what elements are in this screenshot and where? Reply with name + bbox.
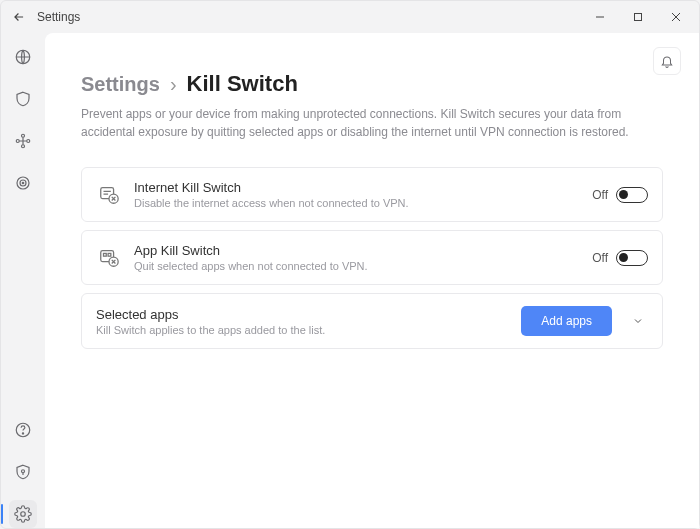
- expand-apps-chevron[interactable]: [628, 311, 648, 331]
- page-title: Kill Switch: [187, 71, 298, 97]
- internet-kill-switch-row: Internet Kill Switch Disable the interne…: [81, 167, 663, 222]
- svg-point-2: [22, 134, 25, 137]
- close-button[interactable]: [661, 7, 691, 27]
- selected-apps-row: Selected apps Kill Switch applies to the…: [81, 293, 663, 349]
- internet-kill-desc: Disable the internet access when not con…: [134, 197, 580, 209]
- content-area: Settings › Kill Switch Prevent apps or y…: [45, 33, 699, 528]
- globe-icon[interactable]: [9, 43, 37, 71]
- shield-icon[interactable]: [9, 85, 37, 113]
- breadcrumb-parent[interactable]: Settings: [81, 73, 160, 96]
- window-title: Settings: [37, 10, 80, 24]
- svg-rect-0: [635, 14, 642, 21]
- app-kill-switch-row: App Kill Switch Quit selected apps when …: [81, 230, 663, 285]
- internet-kill-icon: [96, 182, 122, 208]
- page-description: Prevent apps or your device from making …: [81, 105, 641, 141]
- maximize-button[interactable]: [623, 7, 653, 27]
- svg-point-12: [21, 512, 26, 517]
- app-window: Settings: [0, 0, 700, 529]
- app-kill-desc: Quit selected apps when not connected to…: [134, 260, 580, 272]
- svg-rect-16: [104, 253, 107, 256]
- selected-apps-title: Selected apps: [96, 307, 509, 322]
- target-icon[interactable]: [9, 169, 37, 197]
- internet-kill-toggle[interactable]: [616, 187, 648, 203]
- svg-rect-17: [108, 253, 111, 256]
- selected-apps-desc: Kill Switch applies to the apps added to…: [96, 324, 509, 336]
- sidebar: [1, 33, 45, 528]
- titlebar: Settings: [1, 1, 699, 33]
- app-kill-icon: [96, 245, 122, 271]
- app-kill-state: Off: [592, 251, 608, 265]
- app-kill-toggle[interactable]: [616, 250, 648, 266]
- svg-point-3: [16, 140, 19, 143]
- back-button[interactable]: [9, 7, 29, 27]
- breadcrumb-sep: ›: [170, 73, 177, 96]
- internet-kill-title: Internet Kill Switch: [134, 180, 580, 195]
- settings-icon[interactable]: [9, 500, 37, 528]
- svg-point-10: [22, 433, 23, 434]
- privacy-icon[interactable]: [9, 458, 37, 486]
- minimize-button[interactable]: [585, 7, 615, 27]
- svg-point-5: [22, 145, 25, 148]
- app-kill-title: App Kill Switch: [134, 243, 580, 258]
- settings-list: Internet Kill Switch Disable the interne…: [81, 167, 663, 349]
- internet-kill-state: Off: [592, 188, 608, 202]
- mesh-icon[interactable]: [9, 127, 37, 155]
- help-icon[interactable]: [9, 416, 37, 444]
- breadcrumb: Settings › Kill Switch: [81, 71, 663, 97]
- add-apps-button[interactable]: Add apps: [521, 306, 612, 336]
- svg-point-8: [22, 182, 24, 184]
- notifications-button[interactable]: [653, 47, 681, 75]
- svg-point-11: [22, 470, 25, 473]
- svg-point-4: [27, 140, 30, 143]
